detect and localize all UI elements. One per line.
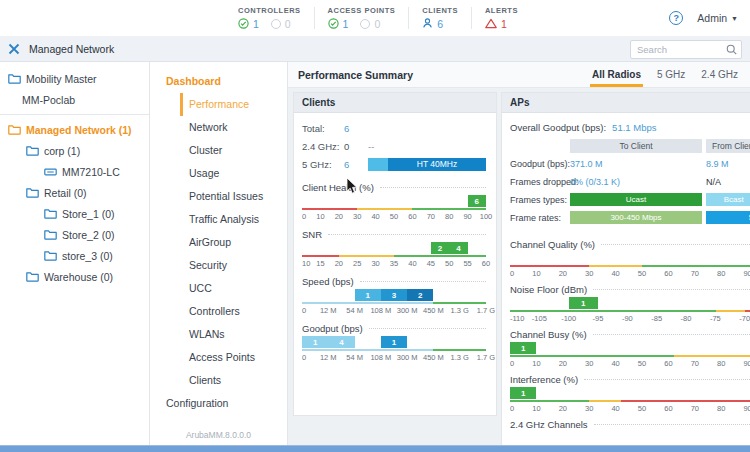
row-label: Frames types: [510,195,566,205]
help-icon[interactable]: ? [669,11,683,25]
chart-client-health: Client Health (%)60102030405060708090100 [302,181,486,220]
divider [471,7,472,29]
down-circle-icon [271,19,281,29]
metric-clients[interactable]: CLIENTS 6 [422,6,458,30]
chart-axis [510,265,750,268]
tree-item-store-2-0[interactable]: Store_2 (0) [0,224,149,245]
dotted-leader [593,289,750,290]
tree-item-mobility-master[interactable]: Mobility Master [0,68,149,89]
folder-icon [44,250,57,261]
tab-all-radios[interactable]: All Radios [590,63,643,87]
tree-item-label: Managed Network (1) [26,124,132,136]
tree-item-corp-1[interactable]: corp (1) [0,140,149,161]
dotted-leader [328,234,486,235]
empty-bar-placeholder: -- [368,141,374,152]
chart-block: 1 [381,336,407,348]
tree-item-label: corp (1) [44,145,80,157]
chart-block: 6 [468,195,486,207]
tree-item-label: Warehouse (0) [44,271,113,283]
tree-item-mm-poclab[interactable]: MM-Poclab [0,89,149,110]
menu-item-potential-issues[interactable]: Potential Issues [150,185,287,208]
menu-item-usage[interactable]: Usage [150,162,287,185]
row-label: Goodput (bps): [510,159,566,169]
frame-bar-bcast: Bcast [706,193,750,206]
dotted-leader [369,328,486,329]
frame-rates-from-bars: 54-108 Mbps [706,211,750,224]
person-icon [422,15,433,33]
menu-item-security[interactable]: Security [150,254,287,277]
row-label: Overall Goodput (bps): [510,122,606,133]
menu-item-traffic-analysis[interactable]: Traffic Analysis [150,208,287,231]
overall-goodput-value: 51.1 Mbps [612,122,656,133]
frame-rates-to-bars: 300-450 Mbps [570,211,702,224]
metric-access-points[interactable]: ACCESS POINTS 1 0 [328,6,396,30]
chart-ticks: -110-105-100-95-90-85-80-75-70-65 [510,314,750,322]
close-icon[interactable] [8,43,20,55]
search-box [630,40,742,59]
bar-segment-ht40: HT 40MHz [388,158,486,171]
overall-goodput-row: Overall Goodput (bps): 51.1 Mbps [510,119,750,135]
menu-item-network[interactable]: Network [150,116,287,139]
chart-ticks: 0102030405060708090100 [510,404,750,412]
row-value: 0 [344,141,368,152]
chart-block: 3 [381,289,407,301]
clients-charts: Client Health (%)60102030405060708090100… [302,181,486,361]
menu-item-performance[interactable]: Performance [180,93,287,116]
tree-item-mm7210-lc[interactable]: MM7210-LC [0,161,149,182]
row-value: 6 [344,159,368,170]
row-label: Frames dropped: [510,177,566,187]
frame-bar-54-108-mbps: 54-108 Mbps [706,211,750,224]
dotted-leader [360,281,486,282]
controller-icon [44,167,57,177]
search-icon[interactable] [726,44,737,55]
clients-panel-title: Clients [294,93,496,113]
chart-goodput: Goodput (bps)141012 M54 M108 M300 M450 M… [302,322,486,361]
menu-item-ucc[interactable]: UCC [150,277,287,300]
tree-item-label: Mobility Master [26,73,97,85]
tab-5-ghz[interactable]: 5 GHz [655,63,687,87]
menu-item-cluster[interactable]: Cluster [150,139,287,162]
dotted-leader [601,244,750,245]
search-input[interactable] [637,44,726,55]
row-label: Total: [302,123,344,134]
user-menu[interactable]: Admin ▼ [697,12,738,24]
tree-item-warehouse-0[interactable]: Warehouse (0) [0,266,149,287]
menu-item-clients[interactable]: Clients [150,369,287,392]
clients-5ghz-row: 5 GHz: 6 HT 40MHz [302,155,486,173]
tree-item-retail-0[interactable]: Retail (0) [0,182,149,203]
frame-rates-row: Frame rates: 300-450 Mbps 54-108 Mbps [510,210,750,225]
menu-item-controllers[interactable]: Controllers [150,300,287,323]
menu-item-dashboard[interactable]: Dashboard [150,70,287,93]
frames-dropped-to-value: 0% (0/3.1 K) [570,177,702,187]
chart-block: 2 [431,242,449,254]
chart-block: 1 [510,387,536,399]
chart-ticks: 0102030405060708090100 [510,269,750,277]
chart-label: Interference (%) [510,374,578,385]
tab-2-4-ghz[interactable]: 2.4 GHz [699,63,740,87]
chart-axis [510,310,750,313]
header-metrics: CONTROLLERS 1 0 ACCESS POINTS 1 0 [238,6,518,30]
row-label: Frame rates: [510,213,566,223]
down-circle-icon [360,19,370,29]
dotted-leader [593,334,750,335]
dotted-leader [584,379,750,380]
chart-block: 1 [302,336,328,348]
divider [314,7,315,29]
tree-item-managed-network-1[interactable]: Managed Network (1) [0,119,149,140]
frames-types-to-bars: Ucast [570,193,702,206]
menu-item-access-points[interactable]: Access Points [150,346,287,369]
menu-item-wlans[interactable]: WLANs [150,323,287,346]
user-name: Admin [697,12,727,24]
divider [0,114,149,115]
chart-channel-quality: Channel Quality (%)010203040506070809010… [510,238,750,277]
tree-item-store-3-0[interactable]: store_3 (0) [0,245,149,266]
chart-block: 1 [510,342,536,354]
chart-axis [302,302,486,305]
metric-controllers[interactable]: CONTROLLERS 1 0 [238,6,301,30]
menu-item-airgroup[interactable]: AirGroup [150,231,287,254]
metric-alerts[interactable]: ALERTS 1 [485,6,518,30]
chart-ticks: 0102030405060708090100 [302,212,486,220]
goodput-to-value: 371.0 M [570,159,702,169]
tree-item-store-1-0[interactable]: Store_1 (0) [0,203,149,224]
menu-item-configuration[interactable]: Configuration [150,392,287,415]
